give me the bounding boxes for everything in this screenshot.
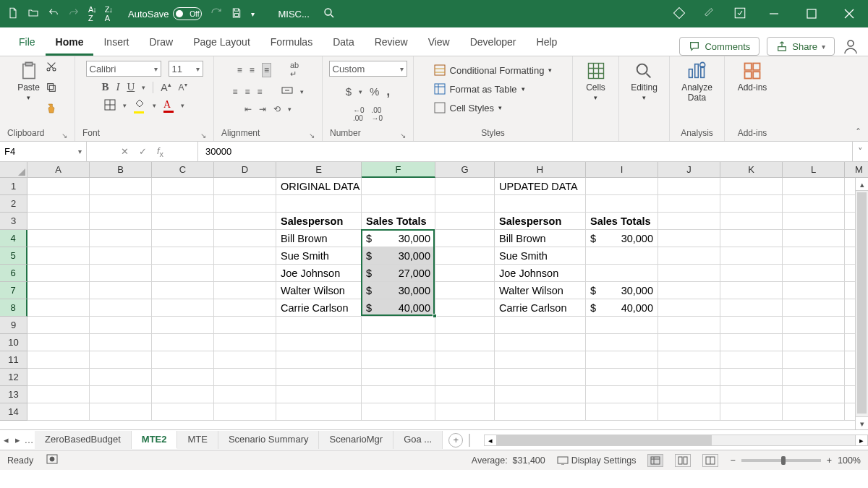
cell[interactable] xyxy=(720,178,783,195)
cell[interactable] xyxy=(90,195,152,213)
zoom-out-button[interactable]: − xyxy=(730,455,735,466)
row-header[interactable]: 8 xyxy=(0,299,27,317)
sheet-nav-more-icon[interactable]: … xyxy=(23,435,35,445)
cell[interactable]: Sue Smith xyxy=(495,247,586,265)
row-header[interactable]: 9 xyxy=(0,317,27,334)
undo-icon[interactable] xyxy=(48,7,59,21)
cell[interactable] xyxy=(720,334,783,351)
cell[interactable] xyxy=(90,369,152,386)
column-header[interactable]: J xyxy=(658,162,720,178)
copy-icon[interactable] xyxy=(46,82,57,95)
cell[interactable] xyxy=(783,247,845,265)
cell[interactable] xyxy=(435,317,495,334)
cell-styles-button[interactable]: Cell Styles ▾ xyxy=(434,101,502,114)
cell[interactable] xyxy=(90,351,152,369)
cell[interactable] xyxy=(783,403,845,421)
cell[interactable] xyxy=(362,195,435,213)
cell[interactable] xyxy=(362,386,435,403)
cell[interactable] xyxy=(435,230,495,247)
cell[interactable] xyxy=(362,351,435,369)
cell[interactable] xyxy=(276,334,362,351)
cell[interactable] xyxy=(658,334,720,351)
cell[interactable] xyxy=(27,213,90,230)
expand-formula-bar-icon[interactable]: ˅ xyxy=(852,142,868,161)
enter-formula-icon[interactable]: ✓ xyxy=(139,146,147,157)
worksheet-grid[interactable]: 1234567891011121314 ABCDEFGHIJKLM ORIGIN… xyxy=(0,162,868,429)
wrap-text-icon[interactable]: ab↵ xyxy=(290,61,299,79)
cell[interactable] xyxy=(152,369,214,386)
column-header[interactable]: L xyxy=(783,162,845,178)
cell[interactable]: 30,000 xyxy=(362,247,435,265)
cell[interactable] xyxy=(214,178,276,195)
cut-icon[interactable] xyxy=(46,61,57,74)
cell[interactable]: Carrie Carlson xyxy=(495,299,586,317)
cell[interactable] xyxy=(90,247,152,265)
cell[interactable] xyxy=(658,213,720,230)
column-header[interactable]: I xyxy=(586,162,658,178)
cell[interactable] xyxy=(658,386,720,403)
search-icon[interactable] xyxy=(323,7,336,22)
column-header[interactable]: A xyxy=(27,162,90,178)
cell[interactable] xyxy=(658,230,720,247)
cell[interactable] xyxy=(152,351,214,369)
scroll-up-icon[interactable]: ▴ xyxy=(856,178,868,191)
sheet-tab[interactable]: ScenarioMgr xyxy=(319,431,393,449)
cell[interactable] xyxy=(27,299,90,317)
maximize-button[interactable] xyxy=(801,4,822,24)
cell[interactable] xyxy=(586,369,658,386)
minimize-button[interactable] xyxy=(764,4,784,24)
format-as-table-button[interactable]: Format as Table ▾ xyxy=(434,82,525,95)
cell[interactable] xyxy=(90,299,152,317)
cell[interactable] xyxy=(720,213,783,230)
cell[interactable]: 40,000 xyxy=(586,299,658,317)
tab-view[interactable]: View xyxy=(418,30,460,56)
new-file-icon[interactable] xyxy=(7,7,19,21)
cell[interactable]: UPDATED DATA xyxy=(495,178,586,195)
cell[interactable] xyxy=(214,317,276,334)
cell[interactable] xyxy=(152,403,214,421)
cell[interactable] xyxy=(152,178,214,195)
cell[interactable]: 30,000 xyxy=(586,230,658,247)
row-header[interactable]: 2 xyxy=(0,195,27,213)
column-header[interactable]: C xyxy=(152,162,214,178)
cell[interactable] xyxy=(783,386,845,403)
cell[interactable]: Sales Totals xyxy=(586,213,658,230)
cell[interactable] xyxy=(658,369,720,386)
open-file-icon[interactable] xyxy=(27,7,39,21)
cell[interactable] xyxy=(586,195,658,213)
addins-button[interactable]: Add-ins xyxy=(738,61,767,93)
font-color-button[interactable]: A xyxy=(163,99,174,113)
cell[interactable] xyxy=(658,317,720,334)
formula-input[interactable] xyxy=(198,142,852,161)
cell[interactable] xyxy=(362,178,435,195)
add-sheet-button[interactable]: + xyxy=(448,433,463,448)
cell[interactable] xyxy=(214,386,276,403)
cell[interactable] xyxy=(586,351,658,369)
decrease-indent-icon[interactable]: ⇤ xyxy=(244,104,252,114)
cell[interactable] xyxy=(276,369,362,386)
cell[interactable] xyxy=(658,403,720,421)
cell[interactable]: Salesperson xyxy=(276,213,362,230)
font-name-select[interactable]: Calibri▾ xyxy=(86,61,161,77)
cell[interactable] xyxy=(90,317,152,334)
align-center-icon[interactable]: ≡ xyxy=(244,87,250,97)
cell[interactable]: Walter Wilson xyxy=(276,282,362,299)
page-layout-view-button[interactable] xyxy=(675,454,691,467)
cell[interactable] xyxy=(27,230,90,247)
autosave-toggle[interactable]: Off xyxy=(173,7,202,20)
cell[interactable] xyxy=(435,299,495,317)
cell[interactable] xyxy=(27,334,90,351)
font-size-select[interactable]: 11▾ xyxy=(169,61,203,77)
column-header[interactable]: G xyxy=(435,162,495,178)
cell[interactable] xyxy=(495,334,586,351)
tab-page-layout[interactable]: Page Layout xyxy=(183,30,260,56)
increase-indent-icon[interactable]: ⇥ xyxy=(259,104,266,114)
cell[interactable] xyxy=(495,403,586,421)
redo-icon[interactable] xyxy=(68,7,80,21)
cell[interactable] xyxy=(152,230,214,247)
horizontal-scrollbar[interactable]: ◂ ▸ xyxy=(485,435,868,446)
cell[interactable] xyxy=(783,334,845,351)
scroll-left-icon[interactable]: ◂ xyxy=(484,435,497,446)
tab-review[interactable]: Review xyxy=(365,30,418,56)
cell[interactable] xyxy=(27,369,90,386)
